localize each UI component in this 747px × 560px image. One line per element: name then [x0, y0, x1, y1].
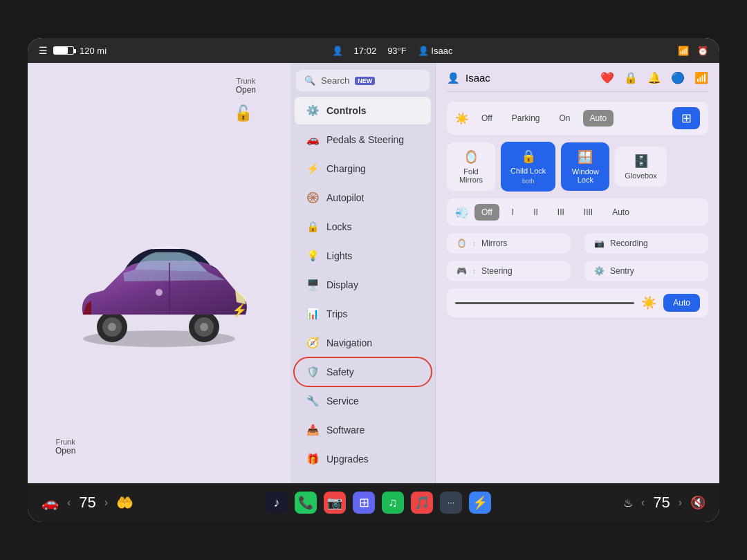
search-icon: 🔍: [304, 75, 315, 86]
steering-icon: 🎮: [456, 266, 467, 276]
search-label: Search: [321, 75, 349, 86]
svg-text:⚡: ⚡: [232, 303, 248, 318]
sun-dim-icon: ☀️: [455, 112, 469, 125]
glovebox-icon: 🗄️: [634, 153, 649, 169]
steering-item[interactable]: 🎮 ↕ Steering: [447, 261, 571, 281]
sidebar-item-label: Controls: [326, 105, 367, 116]
mirrors-item[interactable]: 🪞 ↕ Mirrors: [447, 233, 571, 254]
status-bar-center: 👤 17:02 93°F 👤 Isaac: [332, 46, 453, 56]
temp-arrow-left-right-icon[interactable]: ‹: [641, 496, 645, 509]
mirrors-icon: 🪞: [456, 239, 467, 248]
volume-icon[interactable]: 🔇: [690, 495, 706, 510]
lights-on-option[interactable]: On: [552, 110, 577, 127]
user-action-icons: ❤️ 🔒 🔔 🔵 📶: [600, 71, 708, 84]
vent-1-option[interactable]: I: [505, 204, 521, 221]
music-app[interactable]: 🎵: [411, 492, 433, 514]
vent-off-option[interactable]: Off: [474, 204, 499, 221]
right-temp: 75: [653, 494, 670, 512]
vent-row: 💨 Off I II III IIII Auto: [447, 198, 708, 226]
steering-taskbar-icon[interactable]: 🤲: [116, 494, 133, 511]
sidebar-item-charging[interactable]: ⚡ Charging: [295, 155, 431, 183]
sidebar-item-controls[interactable]: ⚙️ Controls: [295, 97, 431, 124]
sidebar-item-autopilot[interactable]: 🛞 Autopilot: [295, 184, 431, 212]
temp-arrow-left-icon[interactable]: ‹: [67, 496, 71, 509]
phone-app[interactable]: 📞: [295, 492, 317, 514]
car-image: ⚡: [62, 218, 256, 349]
recording-label: Recording: [610, 239, 648, 248]
temp-display-top: 93°F: [387, 46, 407, 56]
main-content: Trunk Open 🔓: [28, 63, 719, 483]
child-lock-sub: both: [522, 178, 535, 185]
heart-icon[interactable]: ❤️: [600, 71, 614, 84]
glovebox-label: Glovebox: [625, 171, 656, 180]
bluetooth-app[interactable]: ⚡: [469, 492, 491, 514]
charging-icon: ⚡: [306, 162, 320, 176]
sidebar-item-pedals[interactable]: 🚗 Pedals & Steering: [295, 126, 431, 153]
recording-item[interactable]: 📷 Recording: [584, 233, 708, 254]
alarm-icon: ⏰: [697, 46, 708, 56]
sidebar-item-upgrades[interactable]: 🎁 Upgrades: [295, 445, 431, 473]
vent-3-option[interactable]: III: [551, 204, 571, 221]
child-lock-card[interactable]: 🔒 Child Lock both: [501, 142, 555, 192]
sentry-item[interactable]: ⚙️ Sentry: [584, 261, 708, 281]
grid-app[interactable]: ⊞: [353, 492, 375, 514]
status-bar-left: ☰ 120 mi: [39, 45, 107, 56]
lights-parking-option[interactable]: Parking: [505, 110, 547, 127]
sidebar-item-safety[interactable]: 🛡️ Safety: [295, 358, 431, 386]
trunk-label: Trunk Open: [236, 77, 256, 95]
lights-icon: 💡: [306, 249, 320, 263]
sidebar-item-label: Software: [326, 424, 365, 436]
sidebar-item-locks[interactable]: 🔒 Locks: [295, 213, 431, 241]
menu-icon[interactable]: ☰: [39, 45, 48, 56]
vent-auto-option[interactable]: Auto: [605, 204, 636, 221]
trips-icon: 📊: [306, 307, 320, 321]
bluetooth-icon[interactable]: 🔵: [671, 71, 685, 84]
safety-icon: 🛡️: [306, 365, 320, 379]
pedals-icon: 🚗: [306, 133, 320, 147]
lock-icon[interactable]: 🔒: [624, 71, 638, 84]
taskbar-right: ♨ ‹ 75 › 🔇: [623, 494, 706, 512]
vent-2-option[interactable]: II: [526, 204, 545, 221]
wifi-signal-icon[interactable]: 📶: [694, 71, 708, 84]
more-app[interactable]: ···: [440, 492, 462, 514]
sidebar-item-lights[interactable]: 💡 Lights: [295, 242, 431, 270]
brightness-row: ☀️ Auto: [447, 288, 708, 317]
status-bar: ☰ 120 mi 👤 17:02 93°F 👤 Isaac 📶 ⏰: [28, 38, 719, 63]
sidebar-item-trips[interactable]: 📊 Trips: [295, 300, 431, 328]
taskbar-left: 🚗 ‹ 75 › 🤲: [42, 494, 133, 512]
heat-taskbar-icon[interactable]: ♨: [623, 496, 633, 510]
sidebar-item-software[interactable]: 📥 Software: [295, 416, 431, 444]
lights-auto-option[interactable]: Auto: [583, 110, 614, 127]
brightness-auto-button[interactable]: Auto: [663, 294, 700, 312]
sentry-label: Sentry: [610, 266, 634, 276]
sidebar-item-service[interactable]: 🔧 Service: [295, 387, 431, 415]
sidebar-item-label: Navigation: [326, 337, 372, 348]
temp-arrow-right-icon[interactable]: ›: [104, 496, 108, 509]
music-note-icon: ♪: [274, 496, 280, 510]
glovebox-card[interactable]: 🗄️ Glovebox: [615, 147, 666, 187]
lights-grid-button[interactable]: ⊞: [672, 107, 700, 129]
right-panel: 👤 Isaac ❤️ 🔒 🔔 🔵 📶 ☀️ Off Parking On Aut…: [436, 63, 719, 483]
car-taskbar-icon[interactable]: 🚗: [42, 494, 59, 511]
window-lock-card[interactable]: 🪟 WindowLock: [561, 142, 609, 191]
lights-row: ☀️ Off Parking On Auto ⊞: [447, 102, 708, 135]
mirrors-recording-row: 🪞 ↕ Mirrors 📷 Recording: [447, 233, 708, 254]
camera-app[interactable]: 📷: [324, 492, 346, 514]
temp-arrow-right-right-icon[interactable]: ›: [679, 496, 682, 509]
fold-mirrors-label: FoldMirrors: [459, 167, 483, 184]
bell-icon[interactable]: 🔔: [647, 71, 661, 84]
lock-controls-row: 🪞 FoldMirrors 🔒 Child Lock both 🪟 Window…: [447, 142, 708, 192]
lights-off-option[interactable]: Off: [474, 110, 499, 127]
music-note-app[interactable]: ♪: [266, 492, 288, 514]
spotify-app[interactable]: ♫: [382, 492, 404, 514]
recording-icon: 📷: [594, 239, 605, 248]
search-bar[interactable]: 🔍 Search NEW: [296, 70, 430, 91]
left-temp: 75: [79, 494, 95, 512]
fold-mirrors-card[interactable]: 🪞 FoldMirrors: [447, 142, 495, 191]
sidebar-item-display[interactable]: 🖥️ Display: [295, 271, 431, 299]
more-icon: ···: [448, 498, 454, 507]
profile-icon: 👤: [332, 46, 343, 56]
sidebar-item-navigation[interactable]: 🧭 Navigation: [295, 329, 431, 357]
brightness-slider[interactable]: [455, 302, 634, 304]
vent-4-option[interactable]: IIII: [577, 204, 600, 221]
